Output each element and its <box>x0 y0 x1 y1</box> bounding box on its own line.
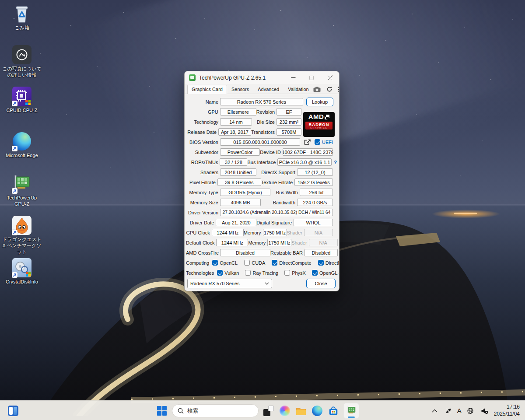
radeon-text: RADEON <box>305 122 332 127</box>
default-clock-memory-value[interactable]: 1750 MHz <box>267 239 291 246</box>
opengl-checkbox[interactable] <box>312 270 318 276</box>
edge-icon[interactable] <box>311 405 323 417</box>
resizable-bar-value[interactable]: Disabled <box>304 249 338 256</box>
directcompute-checkbox[interactable] <box>272 260 277 266</box>
tab-sensors[interactable]: Sensors <box>227 85 253 94</box>
search-icon <box>178 408 184 414</box>
vulkan-checkbox[interactable] <box>217 270 223 276</box>
driver-date-value[interactable]: Aug 21, 2020 <box>216 219 256 226</box>
crystaldiskinfo-icon <box>12 258 32 278</box>
technology-value[interactable]: 14 nm <box>220 118 252 126</box>
microsoft-store-icon[interactable] <box>327 405 340 417</box>
camera-icon[interactable] <box>313 87 321 92</box>
share-bios-icon[interactable] <box>304 139 311 145</box>
amd-radeon-logo[interactable]: AMD RADEON GRAPHICS <box>303 112 335 137</box>
taskbar-clock[interactable]: 17:16 2025/11/04 <box>494 404 522 417</box>
menu-icon[interactable] <box>338 87 340 92</box>
ime-indicator[interactable]: A <box>457 407 462 414</box>
die-size-value[interactable]: 232 mm² <box>276 118 301 126</box>
copilot-icon[interactable] <box>279 405 291 417</box>
taskbar-search[interactable] <box>172 404 259 417</box>
transistors-value[interactable]: 5700M <box>276 128 301 136</box>
rops-tmus-value[interactable]: 32 / 128 <box>220 158 247 166</box>
default-clock-shader-value: N/A <box>309 239 338 246</box>
revision-value[interactable]: EF <box>276 108 301 116</box>
crossfire-label: AMD CrossFire <box>186 250 218 256</box>
minimize-button[interactable] <box>284 71 302 84</box>
refresh-icon[interactable] <box>326 86 332 92</box>
close-button[interactable]: Close <box>306 279 336 288</box>
name-value[interactable]: Radeon RX 570 Series <box>220 98 303 105</box>
bios-version-label: BIOS Version <box>186 140 218 145</box>
bus-interface-value[interactable]: PCIe x16 3.0 @ x16 1.1 <box>277 158 332 166</box>
bandwidth-value[interactable]: 224.0 GB/s <box>297 199 333 206</box>
desktop-icon-recycle-bin[interactable]: ごみ箱 <box>1 4 43 31</box>
uefi-label: UEFI <box>322 140 333 145</box>
gpu-z-taskbar-button[interactable] <box>343 403 359 419</box>
device-id-value[interactable]: 1002 67DF - 148C 2379 <box>283 148 333 156</box>
gpu-clock-memory-value[interactable]: 1750 MHz <box>263 229 287 236</box>
directx-support-value[interactable]: 12 (12_0) <box>297 168 333 176</box>
technologies-label: Technologies <box>186 270 214 276</box>
digital-signature-label: Digital Signature <box>256 220 292 225</box>
driver-date-label: Driver Date <box>186 220 214 225</box>
tab-advanced[interactable]: Advanced <box>253 85 284 94</box>
start-button[interactable] <box>156 405 168 417</box>
card-selector-dropdown[interactable]: Radeon RX 570 Series <box>187 279 272 288</box>
desktop-icon-photo-info[interactable]: この写真についての詳しい情報 <box>1 45 43 78</box>
widgets-icon[interactable] <box>7 405 19 417</box>
directml-checkbox[interactable] <box>318 260 324 266</box>
bus-interface-help-icon[interactable]: ? <box>334 160 337 165</box>
black-white-squares-app-icon[interactable] <box>262 405 275 417</box>
pen-slash-icon[interactable] <box>443 405 454 417</box>
transistors-label: Transistors <box>251 130 275 135</box>
icon-label: CrystalDiskInfo <box>6 279 38 285</box>
tab-validation[interactable]: Validation <box>284 85 313 94</box>
pixel-fillrate-value[interactable]: 39.8 GPixel/s <box>217 178 261 186</box>
volume-muted-icon[interactable] <box>479 405 490 417</box>
memory-type-value[interactable]: GDDR5 (Hynix) <box>220 189 270 196</box>
globe-no-internet-icon[interactable] <box>465 405 476 417</box>
rops-tmus-label: ROPs/TMUs <box>186 160 218 165</box>
maximize-button[interactable] <box>302 71 321 84</box>
shortcut-arrow-icon <box>12 230 18 235</box>
selected-card: Radeon RX 570 Series <box>190 281 265 286</box>
gpu-z-icon <box>12 174 32 194</box>
uefi-checkbox[interactable] <box>315 139 320 145</box>
ray-tracing-checkbox[interactable] <box>245 270 251 276</box>
desktop-icon-edge[interactable]: Microsoft Edge <box>1 131 43 158</box>
taskbar: A 17:16 2025/11/04 <box>0 400 525 420</box>
tray-chevron-up-icon[interactable] <box>430 405 440 417</box>
opencl-checkbox[interactable] <box>212 260 218 266</box>
desktop-icon-crystaldiskinfo[interactable]: CrystalDiskInfo <box>1 258 43 285</box>
shaders-value[interactable]: 2048 Unified <box>220 168 256 176</box>
search-input[interactable] <box>187 408 244 414</box>
lookup-button[interactable]: Lookup <box>306 98 333 106</box>
physx-checkbox[interactable] <box>284 270 290 276</box>
desktop: ごみ箱 この写真についての詳しい情報 <box>0 0 525 420</box>
default-clock-value[interactable]: 1244 MHz <box>216 239 248 246</box>
bus-width-value[interactable]: 256 bit <box>300 189 333 196</box>
digital-signature-value[interactable]: WHQL <box>294 219 333 226</box>
memory-size-value[interactable]: 4096 MB <box>220 199 261 206</box>
amd-arrow-icon <box>325 115 329 119</box>
texture-fillrate-value[interactable]: 159.2 GTexel/s <box>294 178 333 186</box>
release-date-value[interactable]: Apr 18, 2017 <box>218 128 251 136</box>
gpu-value[interactable]: Ellesmere <box>220 108 256 116</box>
title-bar: TechPowerUp GPU-Z 2.65.1 <box>185 71 339 84</box>
file-explorer-icon[interactable] <box>295 405 307 417</box>
tab-graphics-card[interactable]: Graphics Card <box>187 85 227 94</box>
driver-version-value[interactable]: 27.20.1034.6 (Adrenalin 20.10.35.02) DCH… <box>220 209 333 216</box>
cuda-checkbox[interactable] <box>244 260 250 266</box>
desktop-icon-cpu-z[interactable]: CPUID CPU-Z <box>1 86 43 113</box>
desktop-icon-gpu-z[interactable]: TechPowerUp GPU-Z <box>1 174 43 207</box>
gpu-clock-shader-label: Shader <box>287 230 302 235</box>
release-date-label: Release Date <box>186 130 217 135</box>
bios-version-value[interactable]: 015.050.000.001.000000 <box>220 138 300 146</box>
gpu-clock-value[interactable]: 1244 MHz <box>212 229 244 236</box>
desktop-icon-dragon-quest[interactable]: ドラゴンクエストX ベンチマークソフト <box>1 215 43 255</box>
default-clock-shader-label: Shader <box>291 240 307 245</box>
crossfire-value[interactable]: Disabled <box>220 249 270 256</box>
subvendor-value[interactable]: PowerColor <box>220 148 260 156</box>
close-window-button[interactable] <box>321 71 339 84</box>
